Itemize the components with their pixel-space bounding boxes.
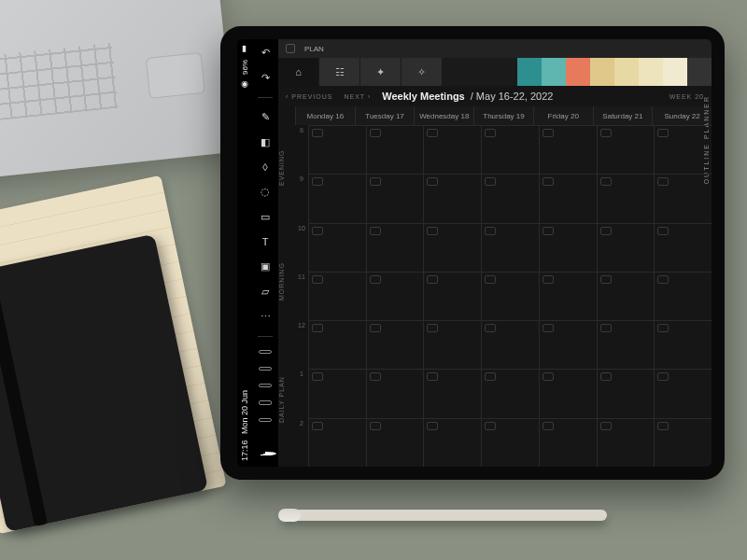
schedule-cell[interactable] [481,320,539,369]
schedule-cell[interactable] [423,223,481,272]
color-swatch[interactable] [663,58,687,86]
schedule-cell[interactable] [366,418,424,467]
schedule-cell[interactable] [366,320,424,369]
status-date: Mon 20 Jun [240,390,249,434]
color-swatch[interactable] [639,58,663,86]
color-swatch[interactable] [687,58,712,86]
color-swatch[interactable] [517,58,542,86]
color-swatch[interactable] [566,58,590,86]
schedule-cell[interactable] [539,418,597,467]
battery-label: 96% [241,60,249,75]
page-nav-icon[interactable] [259,350,272,354]
schedule-cell[interactable] [308,125,366,174]
schedule-cell[interactable] [539,125,597,174]
schedule-cell[interactable] [654,174,712,222]
redo-icon[interactable]: ↷ [259,72,272,84]
prev-week-button[interactable]: ‹ PREVIOUS [286,93,332,100]
more-icon[interactable]: ⋯ [259,311,272,323]
next-week-button[interactable]: NEXT › [344,93,371,100]
schedule-cell[interactable] [423,418,481,467]
day-header[interactable]: Wednesday 18 [414,106,473,125]
schedule-cell[interactable] [539,369,597,417]
text-tool-icon[interactable]: T [259,236,272,247]
pen-tool-icon[interactable]: ✎ [259,111,272,123]
highlighter-tool-icon[interactable]: ◧ [259,136,272,148]
schedule-cell[interactable] [366,174,424,222]
schedule-cell[interactable] [308,320,366,369]
schedule-cell[interactable] [423,369,481,417]
schedule-cell[interactable] [654,125,712,174]
document-tab-label[interactable]: PLAN [304,45,324,53]
schedule-cell[interactable] [481,223,539,272]
schedule-cell[interactable] [597,223,655,272]
schedule-cell[interactable] [597,320,655,369]
tab-home[interactable]: ⌂ [278,58,319,86]
schedule-cell[interactable] [366,125,424,174]
schedule-cell[interactable] [366,369,424,417]
tab-notes[interactable]: ✦ [360,58,402,86]
schedule-cell[interactable] [597,418,655,467]
tablet-screen: 17:16 Mon 20 Jun ◉ 96% ▮ ↶ ↷ ✎ ◧ ◊ ◌ ▭ T… [237,39,712,467]
schedule-cell[interactable] [539,174,597,222]
schedule-cell[interactable] [654,369,712,417]
status-time: 17:16 [240,440,249,461]
image-tool-icon[interactable]: ▣ [259,260,272,273]
schedule-cell[interactable] [539,272,597,320]
search-icon[interactable] [259,418,272,422]
tab-calendar[interactable]: ☷ [319,58,360,86]
color-swatch[interactable] [614,58,639,86]
schedule-cell[interactable] [654,223,712,272]
schedule-cell[interactable] [366,223,424,272]
schedule-cell[interactable] [423,125,481,174]
schedule-cell[interactable] [308,369,366,417]
schedule-cell[interactable] [481,272,539,320]
schedule-cell[interactable] [366,272,424,320]
schedule-cells[interactable] [308,125,712,467]
schedule-cell[interactable] [654,272,712,320]
apple-pencil-prop [280,510,607,521]
undo-icon[interactable]: ↶ [259,47,272,59]
ios-status-bar: 17:16 Mon 20 Jun ◉ 96% ▮ [237,39,252,467]
color-swatch[interactable] [590,58,614,86]
schedule-cell[interactable] [308,272,366,320]
schedule-cell[interactable] [308,174,366,222]
share-icon[interactable] [259,400,272,404]
schedule-cell[interactable] [597,174,655,222]
day-header[interactable]: Monday 16 [295,106,355,125]
schedule-cell[interactable] [423,320,481,369]
schedule-cell[interactable] [481,418,539,467]
schedule-cell[interactable] [539,223,597,272]
shapes-tool-icon[interactable]: ▭ [259,211,272,223]
document-tab-bar: PLAN [278,39,712,58]
schedule-cell[interactable] [539,320,597,369]
schedule-cell[interactable] [481,174,539,222]
hour-label: 2 [295,418,308,467]
eraser-tool-icon[interactable]: ◊ [259,161,272,173]
thumbnail-icon[interactable] [286,44,295,53]
schedule-cell[interactable] [597,125,655,174]
schedule-cell[interactable] [654,320,712,369]
ruler-tool-icon[interactable]: ▱ [259,286,272,298]
hour-label: 10 [295,223,308,272]
tab-extras[interactable]: ✧ [402,58,443,86]
bookmark-icon[interactable] [259,384,272,387]
day-header[interactable]: Friday 20 [533,106,593,125]
schedule-cell[interactable] [597,369,655,417]
schedule-cell[interactable] [654,418,712,467]
hour-label: 8 [295,125,308,174]
day-header[interactable]: Saturday 21 [593,106,653,125]
schedule-cell[interactable] [423,272,481,320]
lasso-tool-icon[interactable]: ◌ [259,186,272,198]
schedule-cell[interactable] [308,418,366,467]
schedule-cell[interactable] [308,223,366,272]
schedule-cell[interactable] [423,174,481,222]
schedule-cell[interactable] [481,369,539,417]
hour-column: 8910111212 [295,125,308,467]
day-header[interactable]: Tuesday 17 [355,106,415,125]
section-tabs: ⌂ ☷ ✦ ✧ [278,58,443,86]
day-header[interactable]: Thursday 19 [473,106,533,125]
schedule-cell[interactable] [597,272,655,320]
color-swatch[interactable] [542,58,566,86]
schedule-cell[interactable] [481,125,539,174]
add-page-icon[interactable] [259,367,272,371]
